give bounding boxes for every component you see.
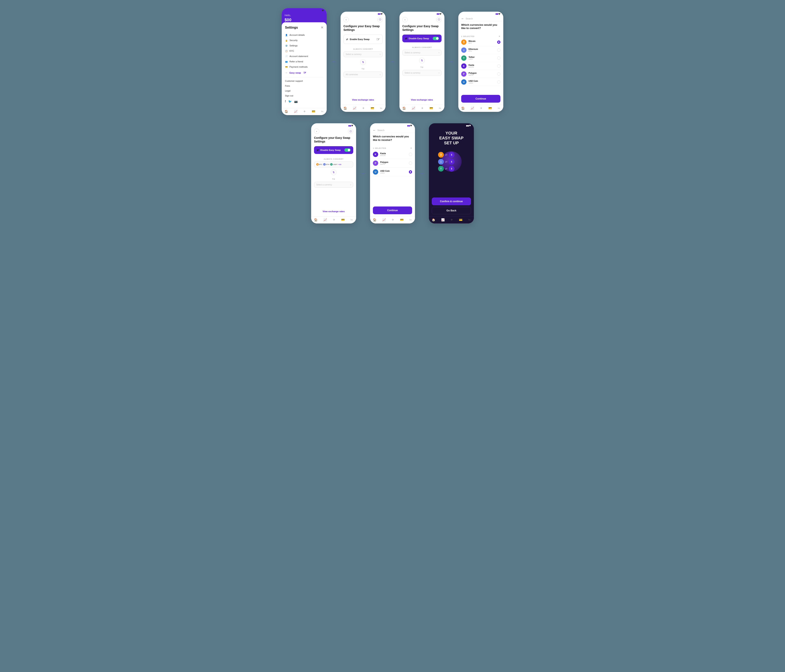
nav7-chart[interactable]: 📈: [441, 218, 445, 221]
nav4-chart[interactable]: 📈: [471, 106, 474, 110]
nav4-send[interactable]: ✈: [480, 106, 482, 110]
currency-item-usdc[interactable]: U USD Coin USDC: [461, 78, 500, 86]
back-button-2[interactable]: ‹: [343, 17, 349, 22]
s3-from-selector[interactable]: Select a currency ›: [402, 50, 442, 56]
kasta-radio[interactable]: [497, 64, 500, 68]
currency-item-eth[interactable]: Ξ Ethereum ETH: [461, 46, 500, 54]
receive-item-matic[interactable]: P Polygon MATIC: [373, 159, 412, 168]
nav6-chart[interactable]: 📈: [382, 218, 386, 221]
s5-swap-btn[interactable]: ⇅: [331, 169, 336, 175]
menu-item-statement[interactable]: 📄 Account statement: [285, 53, 324, 59]
s2-view-rates[interactable]: View exchange rates: [343, 97, 383, 103]
menu-item-security[interactable]: 🔒 Security: [285, 38, 324, 43]
currency-item-usdt[interactable]: T Tether USDT: [461, 54, 500, 62]
s2-to-selector[interactable]: All currencies ›: [343, 72, 383, 78]
usdt-radio[interactable]: [497, 56, 500, 60]
menu-item-easyswap[interactable]: ↔️ Easy swap ☞: [285, 69, 324, 76]
back-button-3[interactable]: ‹: [402, 17, 408, 22]
s5-toggle-row[interactable]: ⇄ Disable Easy Swap: [314, 146, 353, 154]
nav3-kasta[interactable]: ka.: [439, 107, 441, 109]
s2-from-selector[interactable]: Select a currency ›: [343, 51, 383, 57]
info-button-3[interactable]: ⓘ: [436, 17, 442, 22]
s4-search-input[interactable]: Search: [466, 17, 500, 20]
s5-view-rates[interactable]: View exchange rates: [314, 208, 353, 215]
nav-send[interactable]: ✈: [303, 110, 306, 113]
currency-item-kasta[interactable]: K Kasta KASTA: [461, 62, 500, 70]
nav6-send[interactable]: ✈: [392, 218, 394, 221]
s3-toggle-row[interactable]: ⇄ Disable Easy Swap: [402, 34, 442, 42]
matic-radio[interactable]: [497, 72, 500, 76]
close-button[interactable]: ✕: [321, 25, 324, 30]
receive-item-kasta[interactable]: K Kasta KASTA: [373, 150, 412, 159]
nav2-chart[interactable]: 📈: [353, 106, 356, 110]
nav3-chart[interactable]: 📈: [412, 106, 415, 110]
instagram-icon[interactable]: 📷: [294, 100, 298, 103]
nav-home[interactable]: 🏠: [285, 110, 288, 113]
s4-clear-icon[interactable]: ✕: [499, 35, 500, 38]
receive-item-usdc[interactable]: U USD Coin USDC: [373, 168, 412, 177]
eth-radio[interactable]: [497, 48, 500, 52]
twitter-icon[interactable]: 🐦: [288, 100, 292, 103]
s3-toggle-switch[interactable]: [433, 37, 439, 40]
nav6-home[interactable]: 🏠: [373, 218, 376, 221]
r-matic-radio[interactable]: [409, 161, 412, 165]
s2-swap-btn[interactable]: ⇅: [360, 59, 366, 65]
s3-view-rates[interactable]: View exchange rates: [402, 97, 442, 103]
nav3-home[interactable]: 🏠: [402, 106, 406, 110]
menu-item-signout[interactable]: Sign out: [285, 93, 324, 98]
nav5-chart[interactable]: 📈: [324, 218, 327, 221]
nav3-card[interactable]: 💳: [430, 106, 433, 110]
nav7-home[interactable]: 🏠: [432, 218, 435, 221]
info-button-2[interactable]: ⓘ: [377, 17, 383, 22]
s4-back-btn[interactable]: ←: [461, 17, 464, 20]
nav2-kasta[interactable]: ka.: [380, 107, 383, 109]
r-usdc-radio[interactable]: [409, 170, 412, 173]
menu-item-refer[interactable]: 👥 Refer a friend: [285, 59, 324, 64]
nav-card[interactable]: 💳: [312, 110, 315, 113]
s3-swap-btn[interactable]: ⇅: [419, 58, 425, 63]
s6-search-input[interactable]: Search: [377, 129, 412, 131]
nav4-card[interactable]: 💳: [488, 106, 492, 110]
nav3-send[interactable]: ✈: [421, 106, 424, 110]
nav2-send[interactable]: ✈: [362, 106, 365, 110]
usdc-radio[interactable]: [497, 80, 500, 84]
nav-kasta[interactable]: ka.: [321, 110, 324, 113]
s4-continue-btn[interactable]: Continue: [461, 95, 500, 103]
nav7-kasta[interactable]: ka.: [468, 219, 471, 221]
menu-item-settings[interactable]: ⚙️ Settings: [285, 43, 324, 48]
nav6-card[interactable]: 💳: [400, 218, 403, 221]
nav4-home[interactable]: 🏠: [461, 106, 464, 110]
menu-item-legal[interactable]: Legal: [285, 88, 324, 93]
nav5-card[interactable]: 💳: [341, 218, 345, 221]
s6-continue-btn[interactable]: Continue: [373, 206, 412, 214]
s5-toggle-switch[interactable]: [344, 148, 350, 152]
nav6-kasta[interactable]: ka.: [410, 219, 412, 221]
s3-to-selector[interactable]: Select a currency ›: [402, 70, 442, 76]
menu-item-account[interactable]: 👤 Account details: [285, 32, 324, 38]
nav5-home[interactable]: 🏠: [314, 218, 317, 221]
nav5-send[interactable]: ✈: [333, 218, 335, 221]
currency-item-btc[interactable]: ₿ Bitcoin BTC: [461, 38, 500, 46]
menu-item-kyc[interactable]: 📋 KYC: [285, 48, 324, 53]
s7-goback-btn[interactable]: Go Back: [432, 207, 471, 214]
info-button-5[interactable]: ⓘ: [348, 128, 353, 134]
currency-item-matic[interactable]: P Polygon MATIC: [461, 70, 500, 78]
s7-confirm-btn[interactable]: Confirm & continue: [432, 197, 471, 205]
nav5-kasta[interactable]: ka.: [350, 219, 353, 221]
menu-item-support[interactable]: Customer support: [285, 78, 324, 83]
s2-toggle-row[interactable]: ⇄ Enable Easy Swap ☞: [343, 34, 383, 44]
r-kasta-radio[interactable]: [409, 153, 412, 156]
nav7-send[interactable]: ✈: [450, 218, 453, 221]
nav2-home[interactable]: 🏠: [343, 106, 347, 110]
s5-from-selector[interactable]: ₿ BTC Ξ ETH T USDT +13 ›: [314, 161, 353, 167]
btc-radio[interactable]: [497, 41, 500, 44]
s6-back-btn[interactable]: ←: [373, 128, 376, 132]
nav-chart[interactable]: 📈: [294, 110, 297, 113]
s6-clear-icon[interactable]: ✕: [410, 147, 412, 149]
nav4-kasta[interactable]: ka.: [498, 107, 500, 109]
menu-item-payment[interactable]: 💳 Payment methods: [285, 64, 324, 69]
nav2-card[interactable]: 💳: [371, 106, 374, 110]
s5-to-selector[interactable]: Select a currency ›: [314, 182, 353, 188]
nav7-card[interactable]: 💳: [459, 218, 463, 221]
facebook-icon[interactable]: f: [285, 100, 286, 103]
